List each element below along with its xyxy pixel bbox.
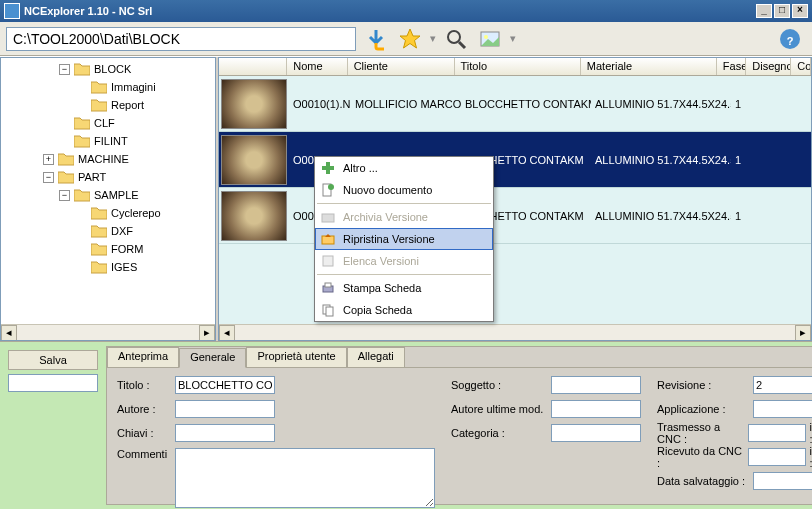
maximize-button[interactable]: □ [774, 4, 790, 18]
svg-point-9 [328, 184, 334, 190]
input-autore-mod[interactable] [551, 400, 641, 418]
help-icon[interactable]: ? [776, 25, 804, 53]
folder-icon [58, 152, 74, 166]
label-chiavi: Chiavi : [117, 427, 171, 439]
folder-icon [91, 80, 107, 94]
ctx-nuovo[interactable]: Nuovo documento [315, 179, 493, 201]
tree-node-dxf[interactable]: DXF [3, 222, 215, 240]
list-hscroll[interactable]: ◂ ▸ [219, 324, 811, 340]
bottom-panel: Salva Anteprima Generale Proprietà utent… [0, 341, 812, 509]
copy-icon [319, 302, 337, 318]
close-button[interactable]: × [792, 4, 808, 18]
expander-icon[interactable]: − [43, 172, 54, 183]
salva-field[interactable] [8, 374, 98, 392]
svg-rect-10 [322, 214, 334, 222]
input-chiavi[interactable] [175, 424, 275, 442]
salva-button[interactable]: Salva [8, 350, 98, 370]
tree-node-sample[interactable]: − SAMPLE [3, 186, 215, 204]
col-co[interactable]: Co [791, 58, 811, 75]
download-arrow-icon[interactable] [362, 25, 390, 53]
tab-generale[interactable]: Generale [179, 348, 246, 368]
svg-rect-7 [322, 166, 334, 170]
scroll-left-icon[interactable]: ◂ [219, 325, 235, 341]
label-categoria: Categoria : [451, 427, 547, 439]
tab-allegati[interactable]: Allegati [347, 347, 405, 367]
label-revisione: Revisione : [657, 379, 749, 391]
input-applicazione[interactable] [753, 400, 812, 418]
favorite-star-icon[interactable] [396, 25, 424, 53]
folder-icon [91, 260, 107, 274]
svg-rect-16 [326, 307, 333, 316]
tree-node-iges[interactable]: IGES [3, 258, 215, 276]
col-fase[interactable]: Fase [717, 58, 746, 75]
expander-icon[interactable]: + [43, 154, 54, 165]
scroll-right-icon[interactable]: ▸ [795, 325, 811, 341]
tree-node-block[interactable]: − BLOCK [3, 60, 215, 78]
input-trasmesso[interactable] [748, 424, 806, 442]
toolbar: ▾ ▾ ? [0, 22, 812, 56]
tab-proprieta[interactable]: Proprietà utente [246, 347, 346, 367]
context-menu: Altro ... Nuovo documento Archivia Versi… [314, 156, 494, 322]
folder-tree: − BLOCK Immagini Report CLF FILINT [1, 58, 215, 324]
folder-open-icon [74, 188, 90, 202]
tree-hscroll[interactable]: ◂ ▸ [1, 324, 215, 340]
folder-icon [74, 116, 90, 130]
label-soggetto: Soggetto : [451, 379, 547, 391]
print-icon [319, 280, 337, 296]
svg-rect-14 [325, 283, 331, 287]
tree-node-cyclerepo[interactable]: Cyclerepo [3, 204, 215, 222]
input-soggetto[interactable] [551, 376, 641, 394]
table-row[interactable]: O0010(3 OCCHETTO CONTAKM ALLUMINIO 51.7X… [219, 188, 811, 244]
col-materiale[interactable]: Materiale [581, 58, 717, 75]
input-revisione[interactable] [753, 376, 812, 394]
scroll-right-icon[interactable]: ▸ [199, 325, 215, 341]
ctx-stampa[interactable]: Stampa Scheda [315, 277, 493, 299]
tab-anteprima[interactable]: Anteprima [107, 347, 179, 367]
list-icon [319, 253, 337, 269]
tree-node-form[interactable]: FORM [3, 240, 215, 258]
table-row[interactable]: O0010(2 OCCHETTO CONTAKM ALLUMINIO 51.7X… [219, 132, 811, 188]
svg-line-1 [459, 42, 465, 48]
search-icon[interactable] [442, 25, 470, 53]
label-commenti: Commenti [117, 448, 171, 460]
table-row[interactable]: O0010(1).NC MOLLIFICIO MARCO BLOCCHETTO … [219, 76, 811, 132]
expander-icon[interactable]: − [59, 190, 70, 201]
tree-node-report[interactable]: Report [3, 96, 215, 114]
input-autore[interactable] [175, 400, 275, 418]
tabs: Anteprima Generale Proprietà utente Alle… [107, 347, 812, 367]
minimize-button[interactable]: _ [756, 4, 772, 18]
folder-icon [91, 98, 107, 112]
ctx-copia[interactable]: Copia Scheda [315, 299, 493, 321]
col-thumb[interactable] [219, 58, 287, 75]
input-commenti[interactable] [175, 448, 435, 508]
tree-panel: − BLOCK Immagini Report CLF FILINT [0, 57, 216, 341]
tree-node-part[interactable]: − PART [3, 168, 215, 186]
col-disegno[interactable]: Disegno [746, 58, 791, 75]
label-autore-mod: Autore ultime mod. [451, 403, 547, 415]
list-body: O0010(1).NC MOLLIFICIO MARCO BLOCCHETTO … [219, 76, 811, 324]
expander-icon[interactable]: − [59, 64, 70, 75]
tree-node-filint[interactable]: FILINT [3, 132, 215, 150]
folder-open-icon [74, 62, 90, 76]
ctx-ripristina[interactable]: Ripristina Versione [315, 228, 493, 250]
col-titolo[interactable]: Titolo [455, 58, 581, 75]
path-input[interactable] [6, 27, 356, 51]
svg-rect-11 [322, 236, 334, 244]
image-icon[interactable] [476, 25, 504, 53]
plus-green-icon [319, 160, 337, 176]
tree-node-machine[interactable]: + MACHINE [3, 150, 215, 168]
ctx-altro[interactable]: Altro ... [315, 157, 493, 179]
input-categoria[interactable] [551, 424, 641, 442]
tree-node-clf[interactable]: CLF [3, 114, 215, 132]
bottom-left: Salva [0, 342, 106, 509]
input-data-salv[interactable] [753, 472, 812, 490]
svg-point-0 [448, 31, 460, 43]
scroll-left-icon[interactable]: ◂ [1, 325, 17, 341]
input-titolo[interactable] [175, 376, 275, 394]
col-cliente[interactable]: Cliente [348, 58, 455, 75]
col-nome[interactable]: Nome [287, 58, 347, 75]
folder-icon [74, 134, 90, 148]
tree-node-immagini[interactable]: Immagini [3, 78, 215, 96]
details-panel: Anteprima Generale Proprietà utente Alle… [106, 346, 812, 505]
input-ricevuto[interactable] [748, 448, 806, 466]
